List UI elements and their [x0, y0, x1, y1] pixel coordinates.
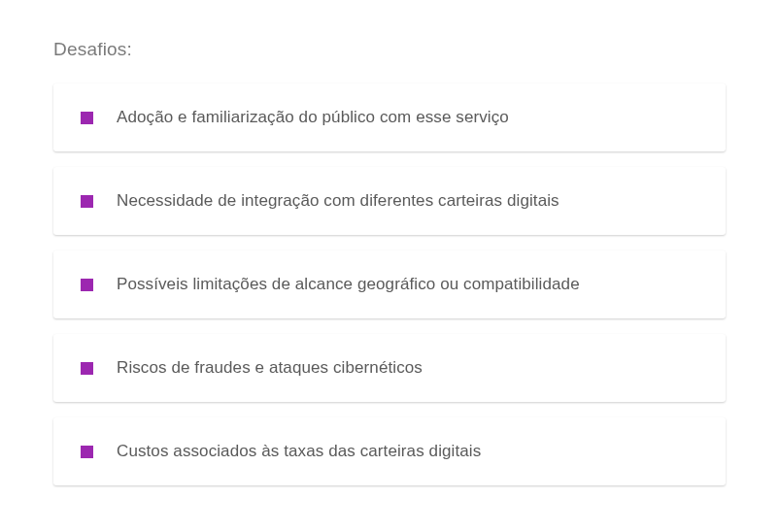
square-bullet-icon [81, 279, 93, 291]
section-heading: Desafios: [53, 39, 726, 60]
square-bullet-icon [81, 362, 93, 375]
challenge-list: Adoção e familiarização do público com e… [53, 83, 726, 485]
list-item-text: Custos associados às taxas das carteiras… [117, 441, 481, 462]
list-item: Possíveis limitações de alcance geográfi… [53, 250, 726, 318]
list-item-text: Riscos de fraudes e ataques cibernéticos [117, 357, 423, 379]
list-item: Custos associados às taxas das carteiras… [53, 417, 726, 485]
list-item-text: Possíveis limitações de alcance geográfi… [117, 274, 580, 295]
list-item-text: Adoção e familiarização do público com e… [117, 107, 509, 128]
list-item: Riscos de fraudes e ataques cibernéticos [53, 334, 726, 402]
list-item: Necessidade de integração com diferentes… [53, 167, 726, 235]
square-bullet-icon [81, 446, 93, 458]
list-item-text: Necessidade de integração com diferentes… [117, 190, 559, 212]
square-bullet-icon [81, 195, 93, 208]
list-item: Adoção e familiarização do público com e… [53, 83, 726, 151]
square-bullet-icon [81, 112, 93, 124]
